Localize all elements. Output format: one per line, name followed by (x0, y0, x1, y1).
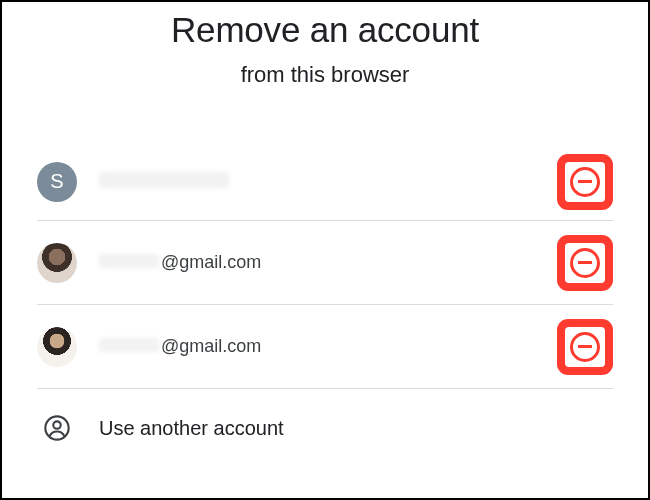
remove-circle-icon (570, 248, 600, 278)
avatar-photo (37, 327, 77, 367)
email-domain: @gmail.com (161, 336, 261, 357)
remove-dash-icon (578, 180, 592, 183)
remove-circle-icon (570, 167, 600, 197)
redacted-username (99, 254, 159, 268)
email-domain: @gmail.com (161, 252, 261, 273)
account-email: @gmail.com (99, 336, 613, 357)
remove-dash-icon (578, 345, 592, 348)
account-info: @gmail.com (99, 252, 613, 273)
account-row[interactable]: S (37, 143, 613, 221)
account-info (99, 172, 613, 192)
remove-icon-bg (565, 327, 605, 367)
avatar-initial: S (50, 170, 63, 193)
avatar-photo (37, 243, 77, 283)
account-email: @gmail.com (99, 252, 613, 273)
dialog-title: Remove an account (2, 10, 648, 50)
redacted-username (99, 338, 159, 352)
remove-dash-icon (578, 261, 592, 264)
remove-account-button[interactable] (557, 235, 613, 291)
use-another-account-row[interactable]: Use another account (37, 389, 613, 467)
remove-circle-icon (570, 332, 600, 362)
account-info: @gmail.com (99, 336, 613, 357)
remove-icon-bg (565, 162, 605, 202)
use-another-account-label: Use another account (99, 417, 284, 440)
remove-account-button[interactable] (557, 154, 613, 210)
avatar-letter: S (37, 162, 77, 202)
remove-icon-bg (565, 243, 605, 283)
account-list: S @gmail.com (2, 143, 648, 467)
dialog-subtitle: from this browser (2, 62, 648, 88)
account-row[interactable]: @gmail.com (37, 305, 613, 389)
person-icon (43, 414, 71, 442)
remove-account-button[interactable] (557, 319, 613, 375)
redacted-name (99, 172, 229, 188)
svg-point-1 (53, 421, 60, 428)
account-row[interactable]: @gmail.com (37, 221, 613, 305)
dialog-header: Remove an account from this browser (2, 2, 648, 88)
